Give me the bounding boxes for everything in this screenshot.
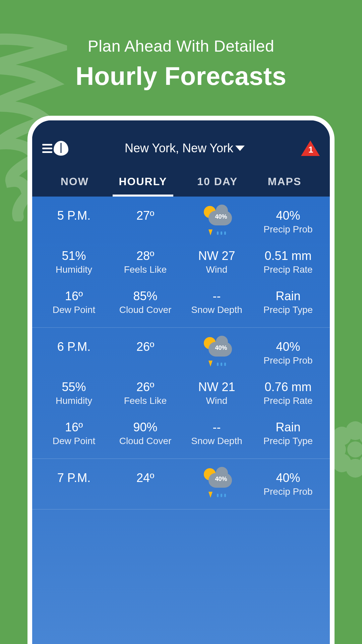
svg-point-7 — [333, 453, 351, 472]
thunderstorm-icon: 40% — [202, 209, 232, 231]
precip-rate-label: Precip Rate — [252, 264, 324, 275]
precip-type-value: Rain — [252, 289, 324, 303]
hour-temp: 27º — [110, 209, 181, 223]
app-screen: New York, New York 1 NOW HOURLY 10 DAY M… — [32, 120, 330, 644]
tab-now[interactable]: NOW — [61, 169, 89, 197]
precip-rate-value: 0.51 mm — [252, 249, 324, 263]
promo-title: Hourly Forecasts — [0, 61, 362, 91]
precip-rate-label: Precip Rate — [252, 395, 324, 406]
dew-point-label: Dew Point — [38, 436, 110, 446]
dew-point-value: 16º — [38, 420, 110, 434]
humidity-value: 55% — [38, 380, 110, 394]
hour-row[interactable]: 6 P.M. 26º 40% 40%Precip Prob 55%Humidit… — [32, 328, 330, 459]
chevron-down-icon — [235, 146, 245, 151]
wind-label: Wind — [181, 395, 252, 406]
svg-point-8 — [333, 427, 351, 445]
dew-point-label: Dew Point — [38, 305, 110, 315]
snow-depth-value: -- — [181, 289, 252, 303]
tab-hourly[interactable]: HOURLY — [119, 169, 167, 197]
feels-like-label: Feels Like — [110, 264, 181, 275]
wind-value: NW 21 — [181, 380, 252, 394]
tab-10day[interactable]: 10 DAY — [197, 169, 238, 197]
hour-row[interactable]: 5 P.M. 27º 40% 40%Precip Prob 51%Humidit… — [32, 197, 330, 328]
hour-time: 6 P.M. — [38, 340, 110, 354]
precip-prob-value: 40% — [252, 471, 324, 485]
precip-prob-value: 40% — [252, 340, 324, 354]
cloud-cover-label: Cloud Cover — [110, 436, 181, 446]
location-name: New York, New York — [125, 141, 233, 155]
menu-logo-group — [42, 141, 68, 156]
humidity-label: Humidity — [38, 264, 110, 275]
tab-bar: NOW HOURLY 10 DAY MAPS — [42, 169, 320, 197]
humidity-label: Humidity — [38, 395, 110, 406]
tab-maps[interactable]: MAPS — [268, 169, 301, 197]
hour-temp: 24º — [110, 471, 181, 485]
cloud-cover-value: 85% — [110, 289, 181, 303]
precip-type-label: Precip Type — [252, 436, 324, 446]
location-selector[interactable]: New York, New York — [125, 141, 245, 155]
feels-like-value: 28º — [110, 249, 181, 263]
precip-prob-label: Precip Prob — [252, 224, 324, 235]
svg-point-0 — [347, 441, 362, 458]
precip-rate-value: 0.76 mm — [252, 380, 324, 394]
snow-depth-value: -- — [181, 420, 252, 434]
phone-frame: New York, New York 1 NOW HOURLY 10 DAY M… — [27, 116, 335, 644]
cloud-cover-label: Cloud Cover — [110, 305, 181, 315]
alert-count: 1 — [308, 145, 313, 155]
feels-like-value: 26º — [110, 380, 181, 394]
precip-type-label: Precip Type — [252, 305, 324, 315]
hourly-content[interactable]: 5 P.M. 27º 40% 40%Precip Prob 51%Humidit… — [32, 197, 330, 644]
promo-subtitle: Plan Ahead With Detailed — [0, 37, 362, 55]
hour-time: 7 P.M. — [38, 471, 110, 485]
precip-prob-value: 40% — [252, 209, 324, 223]
precip-type-value: Rain — [252, 420, 324, 434]
hour-temp: 26º — [110, 340, 181, 354]
precip-prob-label: Precip Prob — [252, 486, 324, 497]
hour-row[interactable]: 7 P.M. 24º 40% 40%Precip Prob — [32, 459, 330, 509]
thunderstorm-icon: 40% — [202, 340, 232, 363]
hour-time: 5 P.M. — [38, 209, 110, 223]
alert-badge[interactable]: 1 — [301, 141, 320, 156]
wind-label: Wind — [181, 264, 252, 275]
thunderstorm-icon: 40% — [202, 471, 232, 494]
humidity-value: 51% — [38, 249, 110, 263]
feels-like-label: Feels Like — [110, 395, 181, 406]
weatherbug-logo-icon[interactable] — [54, 141, 68, 156]
menu-icon[interactable] — [42, 144, 52, 153]
precip-prob-label: Precip Prob — [252, 355, 324, 366]
dew-point-value: 16º — [38, 289, 110, 303]
app-header: New York, New York 1 NOW HOURLY 10 DAY M… — [32, 120, 330, 197]
wind-value: NW 27 — [181, 249, 252, 263]
cloud-cover-value: 90% — [110, 420, 181, 434]
snow-depth-label: Snow Depth — [181, 436, 252, 446]
promo-header: Plan Ahead With Detailed Hourly Forecast… — [0, 0, 362, 91]
snow-depth-label: Snow Depth — [181, 305, 252, 315]
